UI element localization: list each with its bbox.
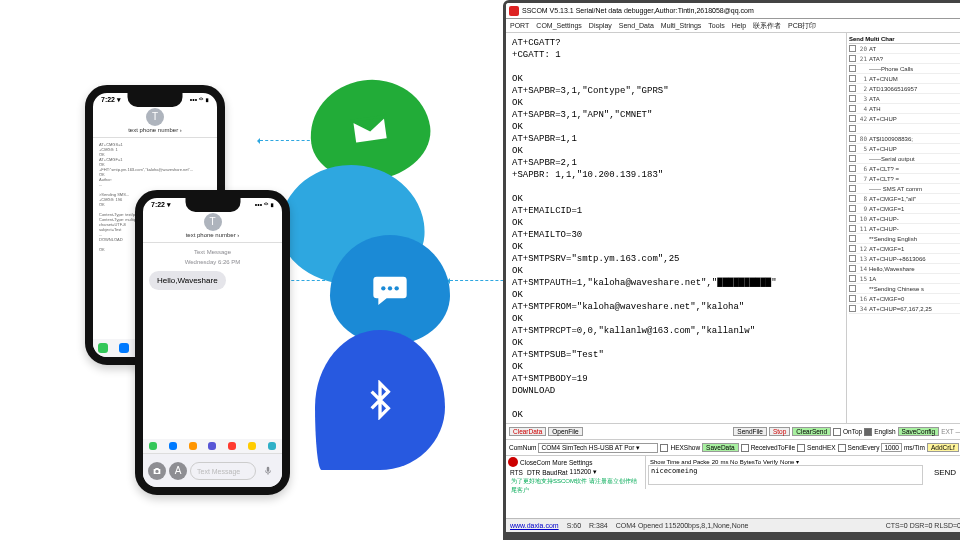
app-icon[interactable]: [228, 442, 236, 450]
side-row[interactable]: 21ATA?: [849, 54, 960, 64]
menu-multistrings[interactable]: Multi_Strings: [661, 22, 701, 29]
savecfg-button[interactable]: SaveConfig: [898, 427, 940, 436]
app-icon[interactable]: [268, 442, 276, 450]
ontop-checkbox[interactable]: [833, 428, 841, 436]
menu-author[interactable]: 联系作者: [753, 21, 781, 31]
row-checkbox[interactable]: [849, 235, 856, 242]
side-row[interactable]: 9AT+CMGF=1: [849, 204, 960, 214]
rcvfile-checkbox[interactable]: [741, 444, 749, 452]
savedata-button[interactable]: SaveData: [702, 443, 739, 452]
row-checkbox[interactable]: [849, 275, 856, 282]
row-checkbox[interactable]: [849, 205, 856, 212]
row-checkbox[interactable]: [849, 45, 856, 52]
side-row[interactable]: 42AT+CHUP: [849, 114, 960, 124]
side-row[interactable]: 80AT$I100908836;: [849, 134, 960, 144]
row-checkbox[interactable]: [849, 225, 856, 232]
stop-button[interactable]: Stop: [769, 427, 790, 436]
app-icon[interactable]: [189, 442, 197, 450]
side-row[interactable]: ——Serial output: [849, 154, 960, 164]
row-checkbox[interactable]: [849, 305, 856, 312]
app-icon[interactable]: [208, 442, 216, 450]
side-row[interactable]: **Sending Chinese s: [849, 284, 960, 294]
camera-icon[interactable]: [148, 462, 166, 480]
menu-pcb[interactable]: PCB打印: [788, 21, 816, 31]
side-row[interactable]: 13AT+CHUP-+8613066: [849, 254, 960, 264]
side-row[interactable]: 1AT+CNUM: [849, 74, 960, 84]
app-icon[interactable]: [98, 343, 108, 353]
row-checkbox[interactable]: [849, 265, 856, 272]
menu-help[interactable]: Help: [732, 22, 746, 29]
app-icon[interactable]: [169, 442, 177, 450]
row-checkbox[interactable]: [849, 125, 856, 132]
command-input[interactable]: nicecomeing: [648, 465, 923, 485]
menu-comsettings[interactable]: COM_Settings: [536, 22, 582, 29]
row-checkbox[interactable]: [849, 85, 856, 92]
sendevery-input[interactable]: 1000: [881, 443, 901, 452]
sendevery-checkbox[interactable]: [838, 444, 846, 452]
row-checkbox[interactable]: [849, 165, 856, 172]
row-checkbox[interactable]: [849, 255, 856, 262]
side-row[interactable]: 2ATD13066516957: [849, 84, 960, 94]
row-checkbox[interactable]: [849, 285, 856, 292]
side-row[interactable]: 8AT+CMGF=1,"all": [849, 194, 960, 204]
english-checkbox[interactable]: [864, 428, 872, 436]
side-row[interactable]: 12AT+CMGF=1: [849, 244, 960, 254]
appstore-icon[interactable]: A: [169, 462, 187, 480]
timeout-input[interactable]: 20: [712, 459, 719, 465]
side-row[interactable]: ——Phone Calls: [849, 64, 960, 74]
row-checkbox[interactable]: [849, 185, 856, 192]
row-checkbox[interactable]: [849, 175, 856, 182]
sendhex-checkbox[interactable]: [797, 444, 805, 452]
app-icon[interactable]: [248, 442, 256, 450]
side-row[interactable]: [849, 124, 960, 134]
row-checkbox[interactable]: [849, 55, 856, 62]
cleardata-button[interactable]: ClearData: [509, 427, 546, 436]
side-row[interactable]: 5AT+CHUP: [849, 144, 960, 154]
side-row[interactable]: 7AT+CLT? =: [849, 174, 960, 184]
side-row[interactable]: 3ATA: [849, 94, 960, 104]
side-row[interactable]: 151A: [849, 274, 960, 284]
row-checkbox[interactable]: [849, 245, 856, 252]
row-checkbox[interactable]: [849, 195, 856, 202]
bytesto-input[interactable]: BytesTo: [740, 459, 761, 465]
verify-combo[interactable]: None ▾: [780, 458, 799, 465]
side-row[interactable]: 16AT+CMGF=0: [849, 294, 960, 304]
status-link[interactable]: www.daxia.com: [510, 522, 559, 529]
row-checkbox[interactable]: [849, 105, 856, 112]
menu-display[interactable]: Display: [589, 22, 612, 29]
side-row[interactable]: 4ATH: [849, 104, 960, 114]
side-row[interactable]: 11AT+CHUP-: [849, 224, 960, 234]
moresetting-button[interactable]: More Settings: [552, 459, 592, 466]
row-checkbox[interactable]: [849, 65, 856, 72]
side-row[interactable]: 10AT+CHUP-: [849, 214, 960, 224]
openfile-button[interactable]: OpenFile: [548, 427, 582, 436]
addcrlf-button[interactable]: AddCrLf: [927, 443, 959, 452]
app-icon[interactable]: [149, 442, 157, 450]
closecom-button[interactable]: CloseCom: [520, 459, 550, 466]
mic-icon[interactable]: [259, 462, 277, 480]
row-checkbox[interactable]: [849, 75, 856, 82]
menu-tools[interactable]: Tools: [708, 22, 724, 29]
sendfile-button[interactable]: SendFile: [733, 427, 767, 436]
row-checkbox[interactable]: [849, 155, 856, 162]
compose-input[interactable]: Text Message: [190, 462, 256, 480]
side-row[interactable]: —— SMS AT comm: [849, 184, 960, 194]
send-button[interactable]: SEND: [928, 464, 960, 481]
row-checkbox[interactable]: [849, 145, 856, 152]
row-checkbox[interactable]: [849, 115, 856, 122]
row-checkbox[interactable]: [849, 95, 856, 102]
port-combo[interactable]: COM4 SimTech HS-USB AT Por ▾: [538, 443, 658, 453]
app-icon[interactable]: [119, 343, 129, 353]
row-checkbox[interactable]: [849, 295, 856, 302]
side-row[interactable]: 20AT: [849, 44, 960, 54]
clearsend-button[interactable]: ClearSend: [792, 427, 831, 436]
menu-port[interactable]: PORT: [510, 22, 529, 29]
side-row[interactable]: 14Hello,Waveshare: [849, 264, 960, 274]
row-checkbox[interactable]: [849, 135, 856, 142]
baud-combo[interactable]: 115200 ▾: [570, 468, 598, 476]
row-checkbox[interactable]: [849, 215, 856, 222]
side-row[interactable]: 34AT+CHUP=67,167,2,25: [849, 304, 960, 314]
hexshow-checkbox[interactable]: [660, 444, 668, 452]
side-row[interactable]: 6AT+CLT? =: [849, 164, 960, 174]
side-row[interactable]: **Sending English: [849, 234, 960, 244]
